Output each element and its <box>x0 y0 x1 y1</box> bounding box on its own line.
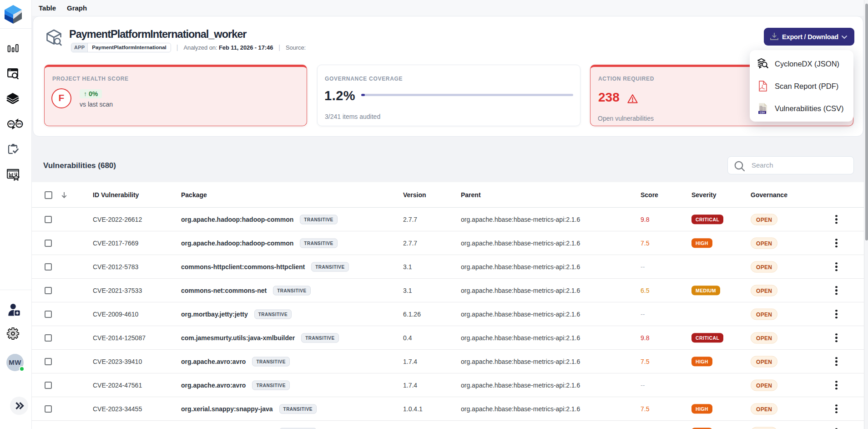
badge-app-label: APP <box>71 43 88 52</box>
column-header-version[interactable]: Version <box>403 182 426 208</box>
cell-version: 2.7.7 <box>403 216 417 223</box>
cell-version: 2.7.7 <box>403 240 417 247</box>
cell-governance: OPEN <box>751 237 777 249</box>
cell-parent: org.apache.hbase:hbase-metrics-api:2.1.6 <box>461 287 580 294</box>
cell-vulnerability-id: CVE-2014-125087 <box>93 334 146 342</box>
row-actions-menu[interactable] <box>835 379 837 391</box>
devops-icon[interactable]: DEV OPS <box>7 118 24 130</box>
menu-item-vulnerabilities-csv[interactable]: CSV Vulnerabilities (CSV) <box>750 97 853 119</box>
search-input[interactable] <box>752 157 847 174</box>
scrollbar-handle[interactable] <box>865 4 868 240</box>
column-header-governance[interactable]: Governance <box>751 182 787 208</box>
cell-governance: OPEN <box>751 308 777 320</box>
row-checkbox[interactable] <box>45 263 52 271</box>
user-avatar[interactable]: MW <box>6 354 24 371</box>
table-row[interactable]: CVE-2021-37533 commons-net:commons-net T… <box>32 279 864 302</box>
cell-version: 1.7.4 <box>403 358 417 365</box>
source-text: Source: <box>286 44 306 51</box>
tab-graph[interactable]: Graph <box>67 0 87 16</box>
table-row[interactable]: CVE-2024-47561 org.apache.avro:avro TRAN… <box>32 373 864 397</box>
cell-governance: OPEN <box>751 379 777 391</box>
transitive-badge: TRANSITIVE <box>300 214 337 224</box>
cell-score: 7.5 <box>641 358 649 365</box>
row-checkbox[interactable] <box>45 287 52 294</box>
row-actions-menu[interactable] <box>835 237 837 249</box>
row-actions-menu[interactable] <box>835 332 837 344</box>
cell-score: 6.5 <box>641 287 649 294</box>
cell-vulnerability-id: CVE-2022-26612 <box>93 216 142 223</box>
sort-descending-icon[interactable] <box>61 192 67 199</box>
app-logo[interactable] <box>5 5 22 24</box>
column-header-severity[interactable]: Severity <box>691 182 716 208</box>
row-actions-menu[interactable] <box>835 261 837 273</box>
table-row[interactable]: CVE-2012-5783 commons-httpclient:commons… <box>32 255 864 279</box>
cell-governance: OPEN <box>751 332 777 343</box>
cell-score: 7.5 <box>641 405 649 413</box>
row-checkbox[interactable] <box>45 216 52 223</box>
layers-icon[interactable] <box>6 93 19 104</box>
cell-governance: OPEN <box>751 403 777 414</box>
cell-vulnerability-id: CVE-2012-5783 <box>93 263 138 271</box>
row-checkbox[interactable] <box>45 240 52 247</box>
row-checkbox[interactable] <box>45 405 52 413</box>
governance-badge: OPEN <box>751 427 777 429</box>
row-actions-menu[interactable] <box>835 285 837 296</box>
report-star-icon[interactable] <box>7 169 20 181</box>
svg-text:DEV: DEV <box>9 123 13 125</box>
transitive-badge: TRANSITIVE <box>252 380 289 390</box>
cell-severity: HIGH <box>691 357 712 367</box>
severity-badge: HIGH <box>691 238 712 248</box>
cell-vulnerability-id: CVE-2017-7669 <box>93 240 138 247</box>
row-checkbox[interactable] <box>45 334 52 342</box>
sidebar-collapse-button[interactable] <box>10 397 28 415</box>
cell-score: -- <box>641 311 645 318</box>
menu-item-scan-report-pdf[interactable]: Scan Report (PDF) <box>750 75 853 97</box>
column-header-score[interactable]: Score <box>641 182 658 208</box>
governance-badge: OPEN <box>751 308 777 320</box>
row-actions-menu[interactable] <box>835 427 837 429</box>
cell-severity: HIGH <box>691 404 712 414</box>
cell-package: commons-net:commons-net TRANSITIVE <box>181 286 311 295</box>
column-header-parent[interactable]: Parent <box>461 182 481 208</box>
row-actions-menu[interactable] <box>835 356 837 368</box>
action-caption: Open vulnerabilities <box>598 115 654 122</box>
row-actions-menu[interactable] <box>835 214 837 225</box>
cell-parent: org.apache.hbase:hbase-metrics-api:2.1.6 <box>461 216 580 223</box>
cell-governance: OPEN <box>751 214 777 225</box>
menu-item-cyclonedx-json[interactable]: CycloneDX (JSON) <box>750 52 853 75</box>
export-download-button[interactable]: Export / Download <box>764 28 854 46</box>
table-row[interactable]: CVE-2014-125087 com.jamesmurty.utils:jav… <box>32 326 864 350</box>
sidebar: DEV OPS <box>0 0 32 429</box>
row-checkbox[interactable] <box>45 358 52 365</box>
table-row[interactable]: CVE-2022-26612 org.apache.hadoop:hadoop-… <box>32 208 864 231</box>
meta-divider-2: | <box>278 44 280 51</box>
cell-score: 7.5 <box>641 240 649 247</box>
governance-badge: OPEN <box>751 285 777 296</box>
clipboard-check-icon[interactable] <box>8 144 19 155</box>
gear-icon[interactable] <box>7 327 19 340</box>
column-header-id[interactable]: ID Vulnerability <box>93 182 139 208</box>
bar-chart-icon[interactable] <box>7 44 19 52</box>
governance-badge: OPEN <box>751 214 777 225</box>
page-scrollbar[interactable] <box>864 0 868 429</box>
table-row[interactable]: CVE-2023-43642 org.xerial.snappy:snappy-… <box>32 421 864 429</box>
window-search-icon[interactable] <box>7 68 19 79</box>
table-row[interactable]: CVE-2017-7669 org.apache.hadoop:hadoop-c… <box>32 231 864 255</box>
table-row[interactable]: CVE-2023-34455 org.xerial.snappy:snappy-… <box>32 397 864 421</box>
row-actions-menu[interactable] <box>835 403 837 415</box>
table-row[interactable]: CVE-2023-39410 org.apache.avro:avro TRAN… <box>32 350 864 373</box>
cell-parent: org.apache.hbase:hbase-metrics-api:2.1.6 <box>461 263 580 271</box>
person-add-icon[interactable] <box>8 304 20 316</box>
cell-governance: OPEN <box>751 356 777 367</box>
table-row[interactable]: CVE-2009-4610 org.mortbay.jetty:jetty TR… <box>32 302 864 326</box>
tab-table[interactable]: Table <box>39 0 56 16</box>
cell-package: org.apache.hadoop:hadoop-common TRANSITI… <box>181 238 338 248</box>
column-header-package[interactable]: Package <box>181 182 207 208</box>
row-checkbox[interactable] <box>45 382 52 389</box>
svg-text:OPS: OPS <box>17 123 22 125</box>
select-all-checkbox[interactable] <box>45 191 52 199</box>
transitive-badge: TRANSITIVE <box>252 357 289 366</box>
row-checkbox[interactable] <box>45 311 52 318</box>
row-actions-menu[interactable] <box>835 308 837 320</box>
cell-version: 3.1 <box>403 263 412 271</box>
